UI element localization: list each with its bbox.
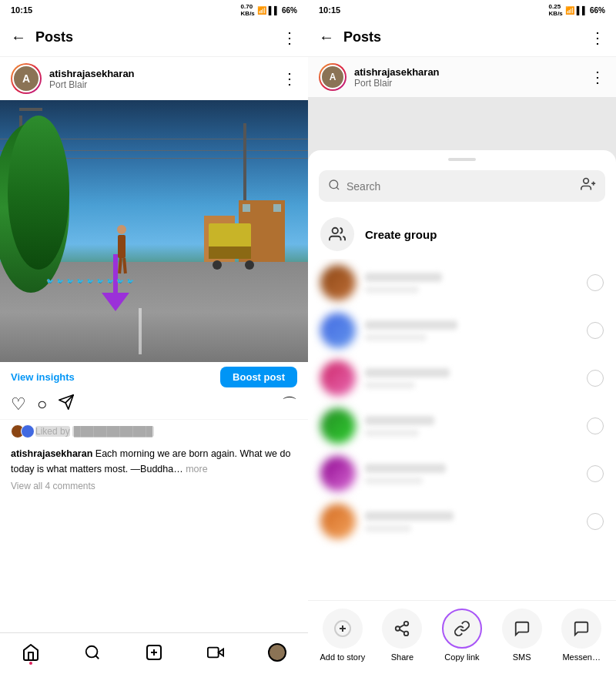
contact-avatar-2 (320, 313, 356, 348)
sms-item[interactable]: SMS (497, 609, 547, 662)
left-back-button[interactable]: ← (11, 29, 26, 46)
boost-post-button[interactable]: Boost post (220, 367, 297, 387)
liked-by-text: Liked by ████████████ (35, 426, 154, 437)
contact-sub-6 (365, 525, 411, 532)
contact-sub-3 (365, 381, 415, 389)
left-user-text: atishrajasekharan Port Blair (49, 68, 135, 90)
contact-name-5 (365, 464, 446, 473)
copy-link-item[interactable]: Copy link (437, 609, 487, 662)
contact-sub-2 (365, 334, 427, 341)
create-group-icon (320, 217, 354, 251)
left-post-more-button[interactable]: ⋮ (282, 70, 297, 87)
bookmark-button[interactable]: ⌒ (282, 394, 297, 414)
contact-info-4 (365, 416, 578, 437)
contact-sub-4 (365, 429, 419, 437)
svg-line-3 (95, 656, 99, 659)
view-insights-button[interactable]: View insights (11, 371, 75, 383)
messenger-item[interactable]: Messen… (557, 609, 606, 662)
contact-avatar-1 (320, 265, 356, 300)
right-more-button[interactable]: ⋮ (590, 29, 605, 47)
left-more-button[interactable]: ⋮ (282, 29, 297, 47)
contact-radio-1[interactable] (587, 274, 604, 291)
left-user-info: A atishrajasekharan Port Blair ⋮ (0, 57, 308, 100)
nav-home-button[interactable] (22, 643, 40, 662)
left-page-title: Posts (35, 29, 282, 45)
left-battery: 66% (282, 6, 297, 15)
contact-radio-2[interactable] (587, 322, 604, 339)
right-avatar-ring: A (319, 63, 346, 91)
right-post-more-button[interactable]: ⋮ (590, 69, 605, 86)
window (273, 204, 281, 212)
contact-item-4[interactable] (308, 402, 616, 450)
caption-username: atishrajasekharan (11, 448, 92, 459)
nav-reels-button[interactable] (207, 644, 224, 661)
more-link[interactable]: more (186, 464, 207, 474)
liked-avatars (11, 424, 31, 438)
truck (209, 223, 254, 270)
right-phone-panel: 10:15 0.25KB/s 📶 ▌▌ 66% ← Posts ⋮ A atis… (308, 0, 616, 674)
left-status-bar: 10:15 0.70KB/s 📶 ▌▌ 66% (0, 0, 308, 18)
right-time: 10:15 (319, 5, 340, 15)
add-to-story-item[interactable]: Add to story (318, 609, 367, 662)
nav-add-button[interactable] (145, 643, 163, 662)
contact-item-6[interactable] (308, 498, 616, 545)
contact-list (308, 259, 616, 600)
view-comments[interactable]: View all 4 comments (0, 479, 308, 493)
contact-radio-6[interactable] (587, 513, 604, 530)
messenger-icon (561, 609, 601, 649)
nav-profile-button[interactable] (268, 643, 286, 662)
right-page-title: Posts (343, 29, 590, 45)
contact-info-5 (365, 464, 578, 485)
contact-item-5[interactable] (308, 450, 616, 498)
contact-radio-3[interactable] (587, 370, 604, 387)
contact-item-2[interactable] (308, 307, 616, 354)
left-username: atishrajasekharan (49, 68, 135, 79)
right-status-bar: 10:15 0.25KB/s 📶 ▌▌ 66% (308, 0, 616, 18)
insights-boost-row: View insights Boost post (11, 367, 297, 387)
svg-point-11 (584, 179, 589, 184)
contact-item-3[interactable] (308, 354, 616, 402)
contact-name-6 (365, 511, 454, 521)
add-to-story-icon (323, 609, 363, 649)
svg-line-10 (336, 187, 339, 189)
add-person-icon[interactable] (581, 176, 596, 196)
share-label: Share (391, 652, 413, 662)
right-back-button[interactable]: ← (319, 29, 334, 46)
svg-point-18 (404, 622, 409, 626)
share-bottom-bar: Add to story Share (308, 600, 616, 674)
create-group-row[interactable]: Create group (308, 210, 616, 259)
search-input[interactable] (346, 180, 574, 193)
contact-sub-1 (365, 286, 419, 293)
contact-info-6 (365, 511, 578, 532)
left-app-header: ← Posts ⋮ (0, 18, 308, 57)
share-item[interactable]: Share (377, 609, 427, 662)
share-button[interactable] (58, 394, 75, 414)
sheet-search-bar[interactable] (319, 170, 605, 202)
left-bottom-nav (0, 632, 308, 674)
search-icon (328, 179, 340, 193)
contact-item-1[interactable] (308, 259, 616, 307)
right-battery: 66% (590, 6, 605, 15)
contact-radio-4[interactable] (587, 417, 604, 434)
contact-radio-5[interactable] (587, 465, 604, 482)
contact-avatar-4 (320, 408, 356, 444)
right-user-info: A atishrajasekharan Port Blair ⋮ (308, 57, 616, 97)
road-line-1 (139, 308, 142, 354)
comment-button[interactable]: ○ (37, 394, 47, 414)
contact-name-3 (365, 368, 450, 377)
svg-point-14 (333, 228, 338, 233)
left-phone-panel: 10:15 0.70KB/s 📶 ▌▌ 66% ← Posts ⋮ A atis… (0, 0, 308, 674)
left-time: 10:15 (11, 5, 32, 15)
pole-crossbar (19, 108, 42, 111)
right-status-icons: 0.25KB/s 📶 ▌▌ 66% (549, 3, 605, 17)
left-post-image: 🐦🐦 🐦🐦 🐦🐦 🐦🐦 🐦 (0, 100, 308, 362)
left-data-speed: 0.70KB/s (241, 3, 255, 17)
nav-search-button[interactable] (84, 644, 101, 661)
right-wifi-icon: 📶 (565, 6, 574, 15)
sheet-handle (448, 158, 476, 161)
like-button[interactable]: ♡ (11, 394, 26, 414)
svg-marker-7 (218, 649, 223, 656)
contact-name-2 (365, 320, 457, 330)
left-location: Port Blair (49, 79, 135, 90)
arrow-head (102, 293, 129, 311)
